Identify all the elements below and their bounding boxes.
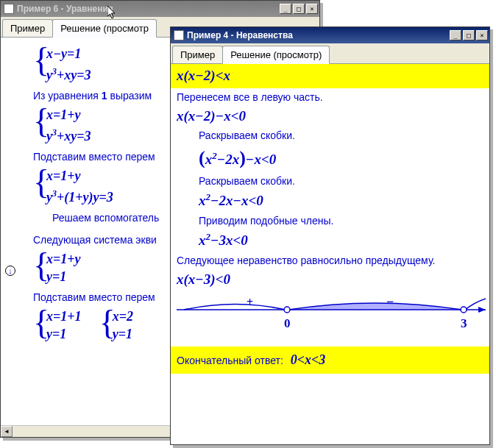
content-area: x(x−2)<x Перенесем все в левую часть. x(… bbox=[171, 64, 489, 444]
tab-example[interactable]: Пример bbox=[2, 19, 53, 37]
equation-system: { x=1+y y=1 bbox=[33, 250, 81, 285]
svg-point-3 bbox=[461, 307, 467, 313]
tab-solution[interactable]: Решение (просмотр) bbox=[222, 46, 330, 64]
window-icon bbox=[4, 4, 14, 14]
brace-icon: { bbox=[33, 306, 49, 340]
equation: x(x−3)<0 bbox=[177, 271, 489, 289]
minimize-button[interactable]: _ bbox=[450, 30, 461, 40]
svg-text:−: − bbox=[386, 295, 394, 309]
equation: x2−3x<0 bbox=[199, 231, 489, 250]
brace-icon: { bbox=[33, 43, 49, 77]
brace-icon: { bbox=[33, 166, 49, 199]
titlebar[interactable]: Пример 4 - Неравенства _ □ × bbox=[171, 27, 489, 43]
final-answer-value: 0<x<3 bbox=[291, 352, 326, 367]
equation: x2−2x−x<0 bbox=[199, 191, 489, 210]
equation: (x2−2x)−x<0 bbox=[199, 146, 489, 171]
step-text: Перенесем все в левую часть. bbox=[177, 91, 483, 103]
close-button[interactable]: × bbox=[476, 30, 488, 40]
window-buttons: _ □ × bbox=[280, 4, 318, 14]
minimize-button[interactable]: _ bbox=[280, 4, 291, 14]
equation-system: { x=2 y=1 bbox=[99, 307, 133, 343]
equation-system: { x−y=1 y3+xy=3 bbox=[33, 45, 91, 84]
equation-system: { x=1+y y3+(1+y)y=3 bbox=[33, 167, 113, 206]
equation-system: { x=1+1 y=1 bbox=[33, 307, 82, 343]
maximize-button[interactable]: □ bbox=[293, 4, 305, 14]
step-text: Приводим подобные члены. bbox=[199, 215, 483, 227]
tab-solution[interactable]: Решение (просмотр bbox=[52, 19, 157, 38]
tab-example[interactable]: Пример bbox=[172, 46, 223, 63]
window-title: Пример 6 - Уравнения bbox=[17, 4, 280, 14]
svg-marker-1 bbox=[478, 307, 486, 313]
window-title: Пример 4 - Неравенства bbox=[187, 30, 450, 40]
step-text: Следующее неравенство равносильно предыд… bbox=[177, 255, 483, 266]
window-icon bbox=[174, 30, 184, 40]
number-line-chart: + − 0 3 bbox=[177, 295, 483, 339]
brace-icon: { bbox=[99, 306, 116, 340]
step-text: Раскрываем скобки. bbox=[199, 129, 483, 141]
maximize-button[interactable]: □ bbox=[463, 30, 475, 40]
numline-label-3: 3 bbox=[461, 316, 467, 330]
window-buttons: _ □ × bbox=[450, 30, 488, 40]
close-button[interactable]: × bbox=[306, 4, 318, 14]
titlebar[interactable]: Пример 6 - Уравнения _ □ × bbox=[1, 1, 319, 17]
numline-label-0: 0 bbox=[284, 316, 291, 330]
svg-point-2 bbox=[284, 307, 290, 313]
equation-system: { x=1+y y3+xy=3 bbox=[33, 106, 91, 145]
scroll-left-button[interactable]: ◄ bbox=[1, 426, 13, 437]
tabs: Пример Решение (просмотр) bbox=[171, 43, 489, 64]
svg-text:+: + bbox=[247, 296, 253, 308]
problem-highlight: x(x−2)<x bbox=[171, 64, 489, 88]
step-marker-icon: ↓ bbox=[5, 266, 15, 276]
window-inequalities: Пример 4 - Неравенства _ □ × Пример Реше… bbox=[170, 26, 490, 445]
final-answer: Окончательный ответ: 0<x<3 bbox=[171, 346, 489, 374]
brace-icon: { bbox=[33, 104, 49, 138]
step-text: Раскрываем скобки. bbox=[199, 175, 483, 187]
brace-icon: { bbox=[33, 249, 49, 282]
final-label: Окончательный ответ: bbox=[177, 355, 283, 366]
equation: x(x−2)−x<0 bbox=[177, 107, 489, 126]
